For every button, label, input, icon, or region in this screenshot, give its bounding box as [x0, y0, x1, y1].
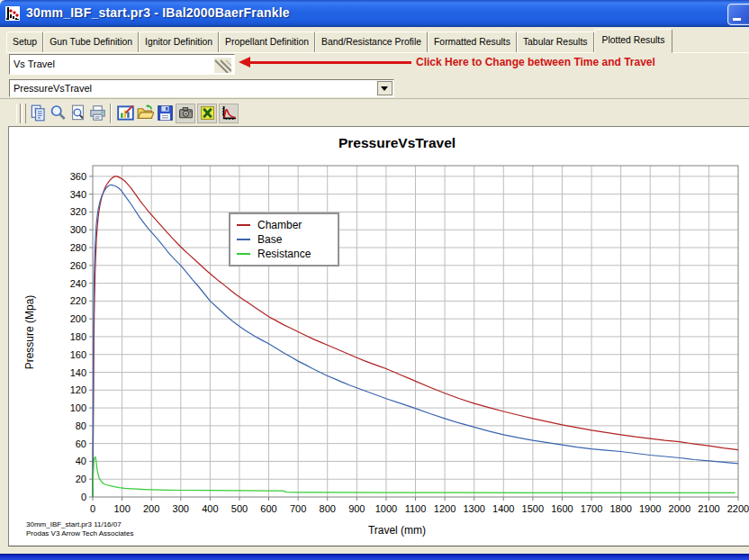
pressure-plot: 0100200300400500600700800900100011001200…: [9, 127, 749, 546]
print-button[interactable]: [87, 104, 107, 123]
legend-item-chamber: Chamber: [230, 218, 338, 232]
title-bar: 30mm_IBF_start.pr3 - IBal2000BaerFrankle: [0, 0, 749, 27]
x-axis-label: Travel (mm): [235, 524, 559, 537]
svg-text:0: 0: [81, 492, 86, 502]
chart-image-button[interactable]: [115, 104, 135, 123]
y-axis-label: Pressure (Mpa): [23, 283, 38, 382]
plot-type-value: PressureVsTravel: [14, 80, 92, 96]
app-window: 30mm_IBF_start.pr3 - IBal2000BaerFrankle…: [0, 0, 749, 560]
annotation-arrow-line: [249, 61, 411, 64]
toolbar-separator: [110, 104, 112, 123]
svg-text:400: 400: [202, 503, 218, 514]
svg-text:800: 800: [320, 503, 336, 514]
resize-grip-icon: [214, 58, 231, 73]
tab-ignitor-definition[interactable]: Ignitor Definition: [139, 32, 219, 52]
svg-text:20: 20: [76, 474, 86, 484]
toolbar-grip[interactable]: [22, 104, 26, 123]
svg-text:160: 160: [70, 349, 86, 360]
svg-text:200: 200: [70, 313, 86, 324]
svg-text:300: 300: [173, 503, 189, 514]
svg-text:340: 340: [70, 189, 86, 200]
print-preview-button[interactable]: [68, 104, 87, 123]
open-file-button[interactable]: [135, 104, 155, 123]
camera-button[interactable]: [176, 104, 195, 123]
tab-band-resistance-profile[interactable]: Band/Resistance Profile: [315, 32, 428, 52]
svg-text:1600: 1600: [551, 503, 573, 514]
svg-text:1900: 1900: [639, 503, 661, 514]
save-button[interactable]: [155, 104, 175, 123]
legend-item-base: Base: [230, 232, 338, 247]
minimize-button[interactable]: [727, 4, 749, 25]
plot-type-dropdown[interactable]: PressureVsTravel: [9, 79, 394, 97]
tab-plotted-results[interactable]: Plotted Results: [594, 29, 673, 53]
legend: Chamber Base Resistance: [229, 212, 339, 266]
svg-text:80: 80: [76, 420, 86, 431]
base-line-swatch: [237, 239, 250, 240]
svg-text:1500: 1500: [522, 503, 544, 514]
svg-text:120: 120: [70, 384, 86, 395]
svg-text:1300: 1300: [463, 503, 484, 514]
camera-icon: [178, 105, 194, 121]
svg-text:180: 180: [70, 331, 86, 342]
svg-text:0: 0: [90, 503, 95, 514]
svg-text:600: 600: [260, 503, 276, 514]
window-title: 30mm_IBF_start.pr3 - IBal2000BaerFrankle: [26, 0, 290, 26]
svg-text:2000: 2000: [669, 503, 690, 514]
svg-text:100: 100: [113, 503, 130, 514]
save-icon: [157, 104, 174, 122]
excel-export-button[interactable]: [197, 104, 217, 123]
tab-strip: Setup Gun Tube Definition Ignitor Defini…: [6, 30, 672, 52]
window-bottom-border: [0, 554, 749, 560]
svg-text:900: 900: [348, 503, 365, 514]
footnote-software: Prodas V3 Arrow Tech Associates: [26, 529, 133, 538]
tab-propellant-definition[interactable]: Propellant Definition: [219, 32, 315, 52]
chart-title: PressureVsTravel: [235, 135, 559, 151]
tab-setup[interactable]: Setup: [6, 32, 43, 52]
svg-text:1800: 1800: [609, 503, 631, 514]
svg-text:240: 240: [70, 278, 86, 289]
svg-text:2200: 2200: [727, 503, 749, 514]
svg-text:140: 140: [70, 367, 86, 378]
axis-mode-selector[interactable]: Vs Travel: [9, 54, 235, 75]
excel-export-icon: [200, 105, 215, 121]
tab-formatted-results[interactable]: Formatted Results: [428, 32, 517, 52]
axis-mode-value: Vs Travel: [14, 55, 55, 74]
svg-text:260: 260: [70, 260, 86, 271]
peak-analysis-button[interactable]: [219, 104, 239, 123]
print-icon: [89, 104, 106, 122]
tab-tabular-results[interactable]: Tabular Results: [517, 32, 594, 52]
print-preview-icon: [69, 104, 86, 122]
svg-text:700: 700: [290, 503, 306, 514]
footnote-file-date: 30mm_IBF_start.pr3 11/16/07: [26, 520, 133, 529]
toolbar: [0, 98, 749, 127]
dropdown-button[interactable]: [377, 81, 393, 95]
app-icon: [5, 6, 20, 21]
svg-text:60: 60: [76, 438, 86, 449]
svg-text:40: 40: [76, 456, 86, 466]
chart-panel: 0100200300400500600700800900100011001200…: [8, 126, 749, 546]
svg-text:2100: 2100: [698, 503, 719, 514]
svg-text:500: 500: [231, 503, 248, 514]
zoom-button[interactable]: [48, 104, 68, 123]
svg-text:320: 320: [70, 206, 86, 217]
copy-icon: [30, 104, 47, 122]
toolbar-grip[interactable]: [16, 104, 21, 123]
tab-gun-tube-definition[interactable]: Gun Tube Definition: [43, 32, 139, 52]
copy-button[interactable]: [28, 104, 48, 123]
resistance-line-swatch: [237, 253, 250, 255]
open-folder-icon: [137, 104, 154, 122]
legend-item-resistance: Resistance: [230, 247, 338, 261]
zoom-icon: [50, 104, 67, 122]
minimize-icon: [733, 18, 741, 21]
svg-text:200: 200: [143, 503, 159, 514]
svg-text:220: 220: [70, 295, 86, 306]
plot-footnote: 30mm_IBF_start.pr3 11/16/07 Prodas V3 Ar…: [26, 520, 133, 538]
svg-text:100: 100: [70, 402, 86, 413]
chevron-down-icon: [381, 86, 388, 91]
svg-text:1000: 1000: [375, 503, 397, 514]
peak-analysis-icon: [221, 105, 237, 121]
svg-text:1700: 1700: [581, 503, 602, 514]
svg-text:1200: 1200: [434, 503, 456, 514]
annotation-text: Click Here to Change between Time and Tr…: [416, 56, 655, 68]
chart-image-icon: [117, 104, 134, 122]
